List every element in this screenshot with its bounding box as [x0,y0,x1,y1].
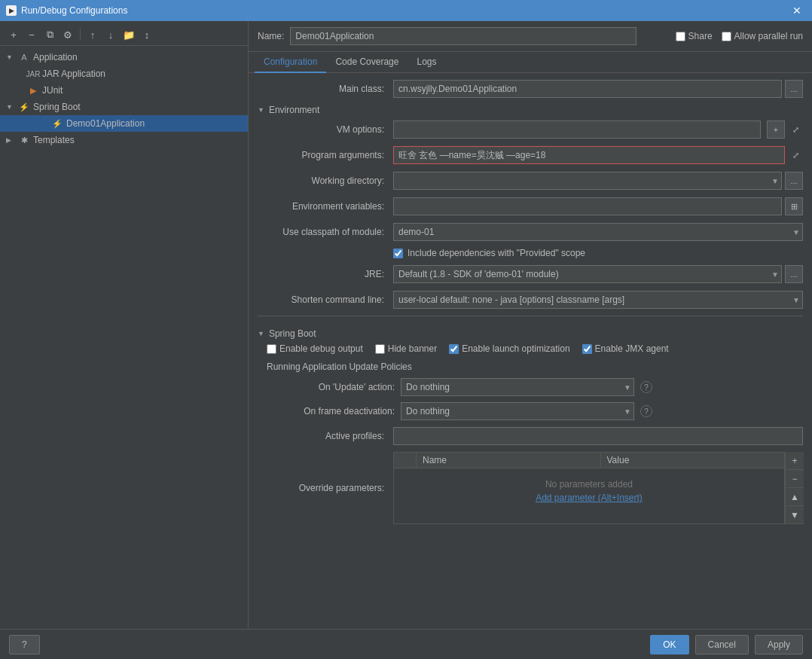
sort-button[interactable]: ↕ [139,27,154,42]
templates-icon: ✱ [18,134,30,146]
settings-button[interactable]: ⚙ [60,27,75,42]
params-col-name: Name [417,453,601,468]
config-tree: ▼ A Application JAR JAR Application ▶ JU… [0,46,248,626]
close-button[interactable]: ✕ [788,3,806,18]
shorten-cmd-row: Shorten command line: user-local default… [258,290,803,310]
tree-item-templates[interactable]: ▶ ✱ Templates [0,132,248,148]
enable-launch-opt-checkbox[interactable] [449,344,459,354]
spring-boot-options: Enable debug output Hide banner Enable l… [258,343,803,354]
tab-code-coverage[interactable]: Code Coverage [326,52,408,73]
enable-debug-checkbox[interactable] [267,344,276,354]
on-frame-deactivation-help-icon[interactable]: ? [640,405,652,417]
environment-section-header[interactable]: ▼ Environment [258,105,803,115]
active-profiles-input[interactable] [393,427,803,445]
classpath-module-row: Use classpath of module: demo-01 ▼ [258,222,803,242]
on-update-row: On 'Update' action: Do nothing ▼ ? [267,378,803,396]
demo01-icon: ⚡ [51,117,63,130]
shorten-cmd-select[interactable]: user-local default: none - java [options… [393,291,803,309]
vm-options-expand-button[interactable]: ⤢ [788,122,803,137]
vm-options-row: VM options: + ⤢ [258,120,803,139]
enable-launch-opt-option: Enable launch optimization [449,343,569,354]
program-args-expand-button[interactable]: ⤢ [788,148,803,163]
config-area: Main class: ... ▼ Environment VM options… [249,73,812,629]
on-update-select[interactable]: Do nothing [401,378,634,396]
spring-boot-header[interactable]: ▼ Spring Boot [258,328,803,339]
no-params-text: No parameters added [545,479,633,490]
params-col-value: Value [601,453,785,468]
tree-item-application[interactable]: ▼ A Application [0,49,248,66]
override-params-section: Override parameters: Name Value No pa [258,452,803,524]
jre-label: JRE: [258,269,393,279]
folder-button[interactable]: 📁 [121,27,136,42]
env-vars-browse-button[interactable]: ⊞ [785,197,803,215]
allow-parallel-checkbox[interactable] [722,32,731,41]
remove-param-button[interactable]: − [786,470,804,488]
remove-config-button[interactable]: − [24,27,39,42]
move-down-button[interactable]: ↓ [103,27,118,42]
on-frame-deactivation-row: On frame deactivation: Do nothing ▼ ? [267,402,803,420]
working-dir-browse-button[interactable]: ... [785,172,803,190]
on-frame-deactivation-select[interactable]: Do nothing [401,402,634,420]
vm-options-add-button[interactable]: + [767,121,785,139]
tree-item-demo01[interactable]: ⚡ Demo01Application [0,115,248,132]
main-class-row: Main class: ... [258,79,803,99]
tree-item-junit[interactable]: ▶ JUnit [0,82,248,99]
enable-jmx-option: Enable JMX agent [582,343,669,354]
move-up-button[interactable]: ↑ [85,27,100,42]
env-vars-input[interactable] [393,197,782,215]
tree-label-junit: JUnit [42,85,63,96]
tab-configuration[interactable]: Configuration [255,52,326,73]
toolbar-separator [80,29,81,41]
main-class-browse-button[interactable]: ... [785,80,803,98]
tree-label-demo01: Demo01Application [66,118,145,129]
enable-jmx-checkbox[interactable] [582,344,592,354]
include-deps-checkbox[interactable] [393,249,403,258]
share-checkbox[interactable] [676,32,685,41]
jre-select[interactable]: Default (1.8 - SDK of 'demo-01' module) [393,265,782,283]
dialog-title: Run/Debug Configurations [21,5,127,16]
params-table-wrap: Name Value No parameters added Add param… [393,452,803,524]
name-row: Name: Share Allow parallel run [249,21,812,52]
active-profiles-label: Active profiles: [258,431,393,441]
tabs: Configuration Code Coverage Logs [249,52,812,73]
tree-label-application: Application [33,52,78,63]
scroll-down-button[interactable]: ▼ [786,506,804,524]
main-class-label: Main class: [258,84,393,94]
help-button[interactable]: ? [9,635,40,654]
tree-item-jar[interactable]: JAR JAR Application [0,66,248,82]
apply-button[interactable]: Apply [755,635,803,654]
on-update-label: On 'Update' action: [267,382,395,392]
vm-options-input[interactable] [393,121,761,139]
params-header-checkbox-col [394,453,417,468]
classpath-module-select[interactable]: demo-01 [393,223,803,241]
on-update-help-icon[interactable]: ? [640,381,652,393]
env-arrow-icon: ▼ [258,106,264,114]
program-args-input[interactable] [393,146,785,164]
tree-item-springboot[interactable]: ▼ ⚡ Spring Boot [0,99,248,115]
ok-button[interactable]: OK [650,635,688,654]
hide-banner-checkbox[interactable] [375,344,385,354]
allow-parallel-checkbox-label: Allow parallel run [722,31,803,41]
tab-logs[interactable]: Logs [408,52,445,73]
working-dir-input[interactable] [393,172,782,190]
env-vars-row: Environment variables: ⊞ [258,197,803,216]
params-table: Name Value No parameters added Add param… [393,452,785,524]
shorten-cmd-label: Shorten command line: [258,294,393,305]
cancel-button[interactable]: Cancel [695,635,749,654]
main-class-input[interactable] [393,80,782,98]
jre-row: JRE: Default (1.8 - SDK of 'demo-01' mod… [258,264,803,284]
add-config-button[interactable]: + [6,27,21,42]
jar-icon: JAR [27,68,39,80]
spring-boot-label: Spring Boot [269,328,316,339]
env-section-label: Environment [269,105,319,115]
scroll-up-button[interactable]: ▲ [786,488,804,506]
update-policies-section: Running Application Update Policies On '… [267,362,803,420]
jre-browse-button[interactable]: ... [785,265,803,283]
add-param-button[interactable]: + [786,452,804,470]
params-header: Name Value [394,453,784,468]
name-input[interactable] [290,27,636,45]
application-icon: A [18,51,30,63]
add-param-link[interactable]: Add parameter (Alt+Insert) [536,493,643,503]
working-dir-row: Working directory: ▼ ... [258,171,803,191]
copy-config-button[interactable]: ⧉ [42,27,57,42]
